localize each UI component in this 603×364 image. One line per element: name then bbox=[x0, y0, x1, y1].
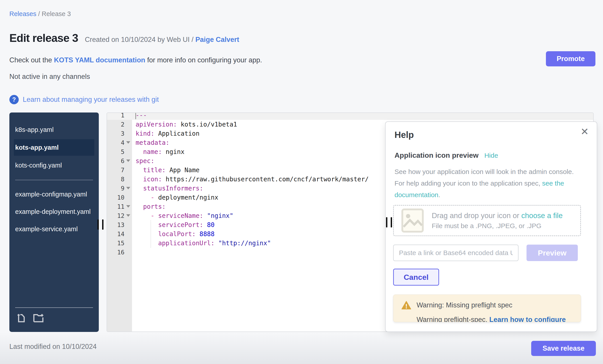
file-item-kots-config-yaml[interactable]: kots-config.yaml bbox=[9, 157, 99, 174]
breadcrumb: Releases / Release 3 bbox=[9, 10, 71, 18]
fold-arrow-icon[interactable] bbox=[126, 205, 130, 208]
created-meta: Created on 10/10/2024 by Web UI / Paige … bbox=[85, 36, 239, 44]
edit-release-page: Releases / Release 3 Edit release 3 Crea… bbox=[0, 0, 603, 364]
save-release-button[interactable]: Save release bbox=[531, 341, 596, 356]
file-item-example-service-yaml[interactable]: example-service.yaml bbox=[9, 220, 99, 238]
breadcrumb-releases-link[interactable]: Releases bbox=[9, 10, 36, 17]
editor-resize-handle-bar[interactable] bbox=[386, 217, 387, 227]
dropzone-text-pre: Drag and drop your icon or bbox=[432, 211, 521, 220]
file-item-k8s-app-yaml[interactable]: k8s-app.yaml bbox=[9, 121, 99, 138]
image-placeholder-icon bbox=[401, 208, 424, 233]
intro-post: for more info on configuring your app. bbox=[145, 56, 262, 64]
fold-arrow-icon[interactable] bbox=[126, 187, 130, 189]
question-icon: ? bbox=[9, 95, 19, 104]
file-sidebar: k8s-app.yamlkots-app.yamlkots-config.yam… bbox=[9, 112, 99, 332]
icon-preview-section: Application icon preview Hide bbox=[394, 151, 498, 159]
choose-file-link[interactable]: choose a file bbox=[521, 211, 563, 220]
git-help-row: ? Learn about managing your releases wit… bbox=[9, 95, 159, 104]
line-number: 1 bbox=[107, 113, 132, 120]
promote-button[interactable]: Promote bbox=[546, 51, 595, 66]
warning-line1: Warning: Missing preflight spec bbox=[417, 301, 512, 309]
line-number: 14 bbox=[107, 230, 132, 239]
editor-resize-handle-bar[interactable] bbox=[391, 217, 392, 227]
close-icon[interactable]: ✕ bbox=[580, 127, 589, 137]
line-number: 9 bbox=[107, 184, 132, 193]
line-number: 11 bbox=[107, 202, 132, 211]
file-item-example-deployment-yaml[interactable]: example-deployment.yaml bbox=[9, 203, 99, 220]
new-file-icon[interactable] bbox=[16, 312, 26, 323]
intro-pre: Check out the bbox=[9, 56, 54, 64]
indent-guide bbox=[151, 220, 151, 248]
sidebar-resize-handle-bar[interactable] bbox=[97, 220, 99, 230]
preflight-warning-box: Warning: Missing preflight spec Warning … bbox=[393, 295, 581, 322]
line-number: 7 bbox=[107, 165, 132, 175]
help-panel: ✕ Help Application icon preview Hide See… bbox=[385, 121, 597, 332]
new-folder-icon[interactable] bbox=[33, 312, 45, 323]
fold-arrow-icon[interactable] bbox=[126, 214, 130, 217]
dropzone-requirements: File must be a .PNG, .JPEG, or .JPG bbox=[432, 222, 563, 230]
code-line: --- bbox=[136, 113, 593, 120]
git-help-link[interactable]: Learn about managing your releases with … bbox=[23, 96, 159, 104]
dropzone-text: Drag and drop your icon or choose a file… bbox=[432, 211, 563, 230]
author-link[interactable]: Paige Calvert bbox=[195, 36, 239, 44]
icon-link-row: Preview bbox=[393, 245, 578, 261]
help-title: Help bbox=[394, 130, 414, 140]
warning-line2-text: Warning preflight-spec. bbox=[417, 316, 489, 322]
file-list: k8s-app.yamlkots-app.yamlkots-config.yam… bbox=[9, 112, 99, 238]
title-row: Edit release 3 Created on 10/10/2024 by … bbox=[9, 32, 239, 44]
line-number: 15 bbox=[107, 239, 132, 248]
intro-line: Check out the KOTS YAML documentation fo… bbox=[9, 56, 262, 64]
learn-how-to-configure-link[interactable]: Learn how to configure bbox=[489, 316, 566, 322]
fold-arrow-icon[interactable] bbox=[126, 159, 130, 162]
footer-bar: Last modified on 10/10/2024 bbox=[0, 332, 603, 364]
line-number: 5 bbox=[107, 147, 132, 156]
breadcrumb-separator: / bbox=[38, 10, 42, 17]
breadcrumb-current: Release 3 bbox=[42, 10, 71, 17]
file-item-kots-app-yaml[interactable]: kots-app.yaml bbox=[14, 139, 94, 156]
line-number: 6 bbox=[107, 156, 132, 165]
line-number: 3 bbox=[107, 129, 132, 138]
icon-dropzone[interactable]: Drag and drop your icon or choose a file… bbox=[393, 205, 581, 236]
kots-yaml-doc-link[interactable]: KOTS YAML documentation bbox=[54, 56, 145, 64]
line-number: 12 bbox=[107, 211, 132, 220]
line-number: 13 bbox=[107, 220, 132, 230]
line-number: 16 bbox=[107, 248, 132, 257]
editor-gutter: 12345678910111213141516 bbox=[107, 113, 132, 331]
warning-icon bbox=[401, 300, 411, 310]
file-group-divider bbox=[15, 180, 93, 180]
icon-preview-description: See how your application icon will look … bbox=[394, 166, 584, 201]
desc-post: . bbox=[439, 191, 440, 199]
line-number: 4 bbox=[107, 138, 132, 147]
cancel-button[interactable]: Cancel bbox=[393, 269, 439, 286]
sidebar-bottom bbox=[9, 308, 99, 332]
line-number: 10 bbox=[107, 193, 132, 202]
preview-button[interactable]: Preview bbox=[526, 245, 578, 261]
file-item-example-configmap-yaml[interactable]: example-configmap.yaml bbox=[9, 186, 99, 203]
line-number: 2 bbox=[107, 120, 132, 129]
fold-arrow-icon[interactable] bbox=[126, 141, 130, 144]
hide-link[interactable]: Hide bbox=[484, 152, 498, 159]
icon-link-input[interactable] bbox=[393, 245, 519, 261]
last-modified-text: Last modified on 10/10/2024 bbox=[9, 343, 97, 351]
created-meta-text: Created on 10/10/2024 by Web UI / bbox=[85, 36, 193, 44]
sidebar-resize-handle-bar[interactable] bbox=[102, 220, 104, 230]
channel-status: Not active in any channels bbox=[9, 73, 90, 81]
page-title: Edit release 3 bbox=[9, 32, 78, 44]
warning-line2: Warning preflight-spec. Learn how to con… bbox=[417, 316, 581, 322]
icon-preview-title: Application icon preview bbox=[394, 151, 479, 159]
line-number: 8 bbox=[107, 175, 132, 184]
